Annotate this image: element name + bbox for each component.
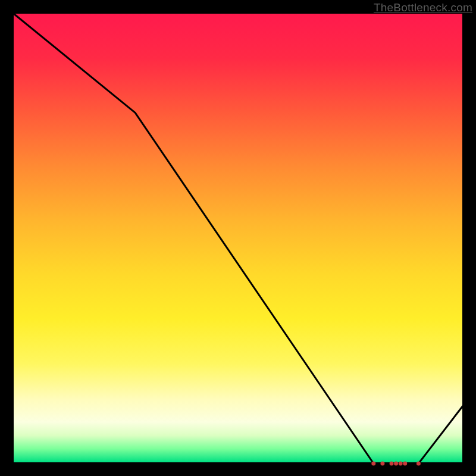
curve-marker (394, 462, 398, 466)
curve-path (14, 14, 464, 464)
curve-marker (399, 462, 403, 466)
curve-marker (371, 462, 375, 466)
curve-marker (380, 462, 384, 466)
chart-stage: TheBottleneck.com (0, 0, 476, 476)
curve-marker (416, 462, 421, 466)
attribution-link[interactable]: TheBottleneck.com (374, 1, 472, 14)
bottleneck-line (14, 14, 464, 464)
plot-area (13, 13, 463, 463)
curve-marker (403, 462, 407, 466)
curve-marker (390, 462, 394, 466)
